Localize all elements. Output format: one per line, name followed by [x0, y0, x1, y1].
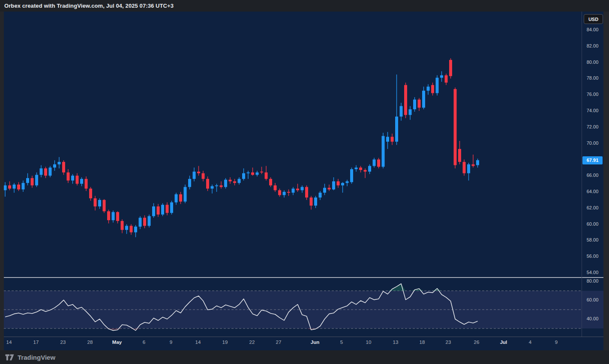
candle-body — [382, 136, 385, 167]
price-tick-label: 58.00 — [582, 237, 603, 242]
candle-body — [143, 218, 146, 226]
candle-body — [35, 175, 38, 185]
candle-body — [409, 109, 412, 115]
candle-body — [31, 178, 34, 185]
time-tick-label: 28 — [81, 340, 99, 345]
candle-body — [449, 60, 452, 76]
candle-body — [157, 206, 160, 215]
candle-body — [346, 181, 349, 183]
candle-body — [431, 85, 434, 93]
candle-body — [242, 173, 245, 179]
candle-body — [85, 179, 88, 189]
candle-body — [355, 167, 358, 169]
candle-body — [62, 162, 65, 173]
candle-body — [476, 160, 479, 165]
candle-body — [116, 212, 119, 221]
candle-body — [202, 173, 205, 179]
candle-body — [472, 164, 475, 166]
candle-body — [197, 172, 200, 173]
candle-body — [71, 176, 74, 180]
price-tick-label: 76.00 — [582, 92, 603, 97]
price-tick-label: 62.00 — [582, 205, 603, 210]
candle-body — [350, 169, 353, 182]
price-tick-label: 84.00 — [582, 27, 603, 32]
candle-body — [161, 205, 164, 215]
candle-body — [125, 226, 128, 230]
candle-body — [368, 166, 371, 172]
left-edge-panel — [0, 12, 4, 350]
price-tick-label: 64.00 — [582, 189, 603, 194]
candle-body — [26, 178, 29, 183]
candle-body — [224, 180, 227, 187]
currency-label: USD — [588, 17, 598, 22]
candle-body — [386, 137, 389, 141]
candle-body — [413, 100, 416, 110]
time-tick-label: 9 — [162, 340, 180, 345]
candle-body — [139, 218, 142, 227]
candle-body — [251, 173, 254, 175]
candle-body — [247, 173, 250, 173]
candle-body — [287, 192, 290, 193]
candle-body — [94, 198, 97, 206]
time-tick-label: 13 — [386, 340, 405, 345]
price-axis[interactable]: 84.0082.0080.0078.0076.0074.0072.0070.00… — [582, 12, 603, 337]
candle-body — [404, 85, 407, 115]
candle-body — [314, 197, 317, 206]
chart-canvas[interactable] — [0, 0, 609, 364]
tradingview-brand-text[interactable]: TradingView — [18, 354, 55, 361]
tradingview-logo-icon[interactable] — [5, 354, 14, 361]
candle-body — [332, 181, 335, 189]
candle-body — [328, 188, 331, 190]
candle-body — [179, 194, 182, 202]
candle-body — [341, 183, 344, 185]
time-tick-label: 22 — [243, 340, 261, 345]
price-tick-label: 56.00 — [582, 254, 603, 259]
candle-body — [278, 190, 281, 195]
price-tick-label: 60.00 — [582, 221, 603, 227]
candle-body — [148, 216, 151, 226]
candle-body — [17, 185, 20, 189]
candle-body — [463, 162, 466, 173]
candle-body — [152, 206, 155, 216]
candle-body — [260, 172, 263, 173]
candle-body — [130, 226, 133, 232]
time-tick-label: 14 — [189, 340, 207, 345]
candle-body — [193, 172, 196, 179]
footer-bar: TradingView — [0, 350, 609, 364]
candle-body — [112, 212, 115, 220]
time-tick-label: 4 — [521, 340, 540, 345]
candle-body — [49, 167, 52, 176]
candle-body — [188, 179, 191, 187]
candle-body — [8, 185, 11, 189]
candle-body — [233, 181, 236, 183]
candle-body — [364, 170, 367, 172]
rsi-oversold-fill — [5, 328, 478, 331]
chart-window: Orbex created with TradingView.com, Jul … — [0, 0, 609, 364]
candle-body — [166, 205, 169, 213]
time-axis[interactable]: 14172328May6914192227Jun51013182326Jul49 — [4, 337, 582, 350]
time-tick-label: 23 — [54, 340, 72, 345]
right-edge-panel — [603, 12, 609, 350]
candle-body — [229, 180, 232, 182]
time-tick-label: 18 — [413, 340, 432, 345]
candle-body — [269, 179, 272, 185]
candle-body — [134, 227, 137, 232]
rsi-tick-label: 60.00 — [582, 297, 603, 302]
candle-body — [206, 179, 209, 189]
candle-body — [454, 89, 457, 165]
candle-body — [22, 183, 25, 189]
candle-body — [44, 168, 47, 176]
candle-body — [53, 164, 56, 168]
candle-body — [89, 188, 92, 198]
candle-body — [13, 185, 16, 188]
pane-separator[interactable] — [4, 276, 582, 279]
last-price-label: 67.91 — [582, 156, 603, 164]
currency-toggle-button[interactable]: USD — [584, 14, 603, 24]
last-price-value: 67.91 — [587, 158, 599, 163]
time-tick-label: 27 — [269, 340, 288, 345]
time-tick-label: 23 — [439, 340, 458, 345]
candle-body — [422, 91, 425, 108]
time-tick-label: 10 — [359, 340, 378, 345]
chart-title: Orbex created with TradingView.com, Jul … — [4, 3, 174, 9]
candle-body — [323, 188, 326, 193]
